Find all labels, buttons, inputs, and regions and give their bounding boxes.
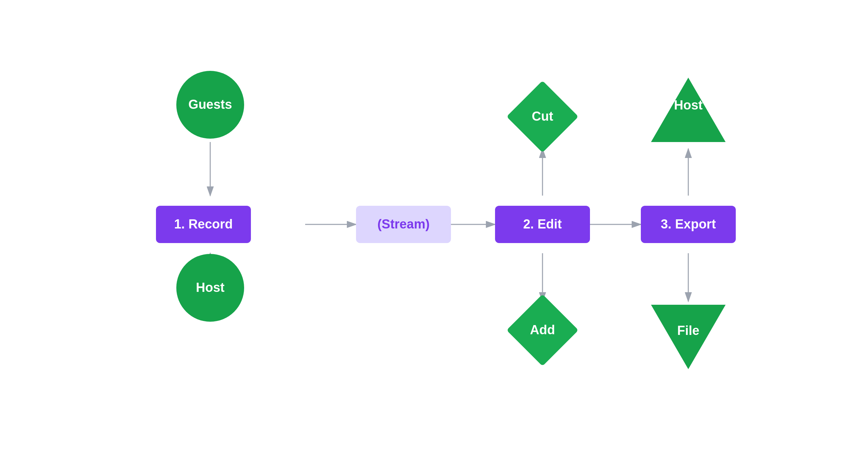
host-left-label: Host: [196, 280, 224, 295]
record-label: 1. Record: [174, 217, 233, 232]
export-node[interactable]: 3. Export: [641, 206, 736, 243]
stream-label: (Stream): [377, 217, 430, 232]
cut-label: Cut: [532, 109, 553, 124]
add-label: Add: [530, 323, 555, 337]
host-right-node[interactable]: Host: [651, 78, 726, 142]
file-node[interactable]: File: [651, 305, 726, 369]
export-label: 3. Export: [661, 217, 716, 232]
host-left-node[interactable]: Host: [176, 254, 244, 322]
guests-label: Guests: [189, 97, 232, 112]
guests-node[interactable]: Guests: [176, 71, 244, 139]
workflow-diagram: Guests Host 1. Record (Stream) 2. Edit 3…: [61, 44, 807, 417]
edit-node[interactable]: 2. Edit: [495, 206, 590, 243]
add-node[interactable]: Add: [517, 305, 568, 356]
stream-node[interactable]: (Stream): [356, 206, 451, 243]
edit-label: 2. Edit: [523, 217, 562, 232]
file-label: File: [677, 323, 699, 338]
record-node[interactable]: 1. Record: [156, 206, 251, 243]
host-right-label: Host: [674, 98, 703, 112]
cut-node[interactable]: Cut: [517, 91, 568, 142]
